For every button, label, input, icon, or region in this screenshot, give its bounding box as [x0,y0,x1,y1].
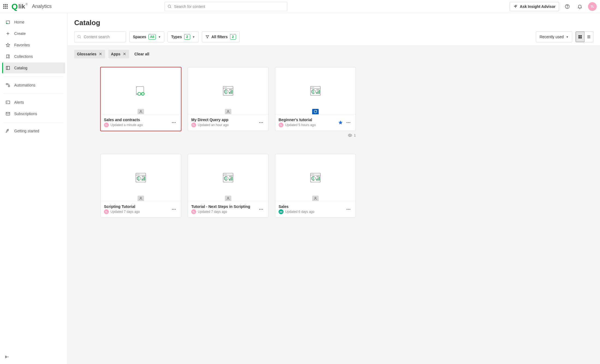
sparkle-icon [513,4,518,9]
svg-rect-25 [578,37,580,38]
svg-rect-62 [319,90,320,94]
notifications-button[interactable] [575,2,584,11]
person-icon [226,110,230,114]
card-more-button[interactable] [257,205,265,213]
card-wrap: My Direct Query appTLUpdated an hour ago [188,67,268,138]
spaces-filter[interactable]: Spaces All ▼ [129,31,164,42]
sidebar-item-label: Catalog [14,66,27,70]
svg-point-36 [172,122,173,123]
chevron-down-icon: ▼ [192,35,195,38]
help-button[interactable] [563,2,572,11]
ask-insight-advisor-button[interactable]: Ask Insight Advisor [510,2,559,11]
favorite-star-icon[interactable] [338,120,343,125]
sort-dropdown[interactable]: Recently used ▼ [536,31,572,42]
card-more-button[interactable] [257,119,265,126]
types-filter[interactable]: Types 2 ▼ [168,31,198,42]
svg-point-17 [8,130,8,131]
chip-glossaries[interactable]: Glossaries ✕ [74,50,105,58]
svg-point-33 [141,92,144,95]
qlik-logo[interactable]: Qlik® [11,2,28,11]
svg-point-53 [262,122,263,123]
svg-point-72 [137,174,137,174]
section-label: Analytics [32,4,52,9]
svg-point-58 [314,87,314,88]
catalog-card[interactable]: Tutorial - Next Steps in ScriptingTLUpda… [188,154,268,218]
user-avatar[interactable]: TL [588,2,597,11]
svg-rect-47 [232,90,232,94]
card-more-button[interactable] [345,119,352,126]
svg-rect-23 [578,35,580,37]
sidebar: Home Create Favorites Collections Catalo… [0,13,68,364]
app-thumb-icon [223,172,234,183]
sidebar-item-favorites[interactable]: Favorites [2,40,65,50]
svg-point-42 [225,87,226,88]
list-view-button[interactable] [584,32,593,42]
plus-icon [5,31,10,36]
sidebar-item-automations[interactable]: Automations [2,80,65,91]
svg-point-82 [172,209,173,210]
ask-insight-advisor-label: Ask Insight Advisor [520,4,556,9]
card-more-button[interactable] [170,205,178,213]
svg-marker-22 [206,35,209,38]
card-preview [101,154,181,201]
sidebar-item-label: Getting started [14,129,39,133]
card-actions [257,205,265,213]
global-search[interactable]: Search for content [165,2,287,11]
close-icon[interactable]: ✕ [123,52,126,56]
catalog-card[interactable]: Scripting TutorialTLUpdated 7 days ago [100,154,181,218]
card-more-button[interactable] [345,205,352,213]
qlik-logo-registered: ® [26,3,28,6]
svg-rect-93 [232,177,232,181]
view-count: 1 [275,133,356,138]
card-subtitle: TLUpdated an hour ago [191,123,255,127]
sidebar-item-home[interactable]: Home [2,17,65,28]
catalog-card[interactable]: SalesAEUpdated 6 days ago [275,154,356,218]
collapse-sidebar-button[interactable] [3,353,11,361]
search-icon [77,35,82,39]
filter-chips-row: Glossaries ✕ Apps ✕ Clear all [68,46,600,61]
sidebar-item-subscriptions[interactable]: Subscriptions [2,108,65,119]
all-filters[interactable]: All filters 2 [202,31,240,42]
card-actions [257,119,265,126]
card-title: Tutorial - Next Steps in Scripting [191,204,255,209]
chip-apps[interactable]: Apps ✕ [108,50,129,58]
close-icon[interactable]: ✕ [99,52,102,56]
card-meta: SalesAEUpdated 6 days ago [279,204,342,214]
global-search-placeholder: Search for content [174,4,205,9]
bookmark-icon [5,54,10,59]
user-avatar-initials: TL [590,5,594,8]
svg-rect-24 [580,35,582,37]
card-actions [345,205,352,213]
catalog-card[interactable]: Beginner's tutorialTLUpdated 5 hours ago [275,67,356,131]
content-search[interactable]: Content search [74,31,126,42]
svg-rect-10 [6,66,10,70]
home-icon [5,20,10,25]
catalog-card[interactable]: My Direct Query appTLUpdated an hour ago [188,67,268,131]
main-content: Catalog Content search Spaces All ▼ Type… [68,13,600,364]
card-updated: Updated an hour ago [198,123,229,127]
sidebar-item-getting-started[interactable]: Getting started [2,126,65,136]
person-icon [314,196,317,200]
sidebar-item-create[interactable]: Create [2,28,65,39]
personal-space-badge [225,109,231,114]
grid-view-button[interactable] [576,32,584,42]
card-title: Sales [279,204,342,209]
automations-icon [5,83,10,88]
catalog-card[interactable]: Sales and contractsTLUpdated a minute ag… [100,67,181,131]
svg-rect-45 [229,92,230,94]
view-toggle [575,31,593,42]
svg-rect-107 [318,178,318,181]
sidebar-item-collections[interactable]: Collections [2,51,65,62]
card-wrap: Tutorial - Next Steps in ScriptingTLUpda… [188,154,268,218]
card-meta: My Direct Query appTLUpdated an hour ago [191,118,255,127]
app-launcher-icon[interactable] [3,4,8,9]
card-more-button[interactable] [170,119,178,126]
person-icon [139,196,143,200]
svg-point-51 [259,122,260,123]
card-wrap: SalesAEUpdated 6 days ago [275,154,356,218]
sidebar-item-alerts[interactable]: Alerts [2,97,65,108]
card-updated: Updated a minute ago [111,123,143,127]
clear-all-filters[interactable]: Clear all [132,52,151,56]
sidebar-item-catalog[interactable]: Catalog [2,62,65,73]
card-footer: My Direct Query appTLUpdated an hour ago [188,114,268,131]
